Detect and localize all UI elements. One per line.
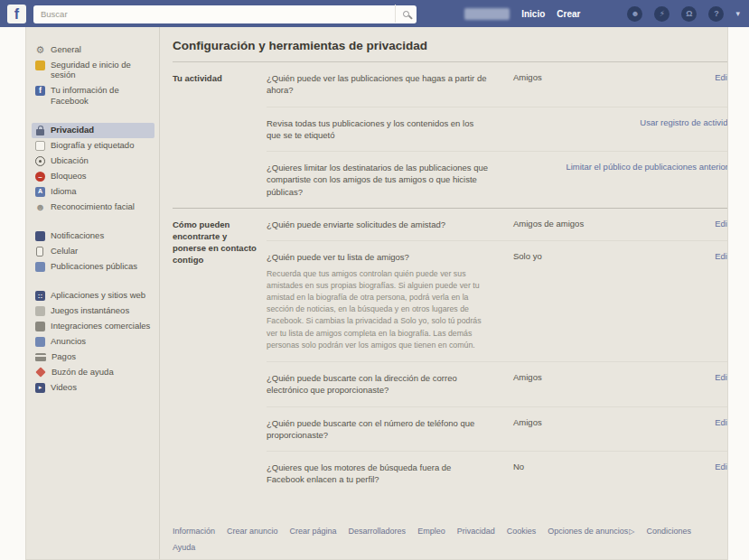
edit-link[interactable]: Editar	[658, 72, 728, 97]
shield-icon	[35, 61, 45, 70]
limitar-publico-link[interactable]: Limitar el público de publicaciones ante…	[513, 162, 728, 198]
sidebar-group-account: ⚙ General Seguridad e inicio de sesión f…	[32, 42, 159, 109]
setting-question: Revisa todas tus publicaciones y los con…	[267, 117, 504, 142]
sidebar-item-biografia[interactable]: Biografía y etiquetado	[32, 138, 159, 154]
location-icon	[35, 156, 45, 166]
sidebar-item-idioma[interactable]: A Idioma	[32, 184, 159, 200]
section-label: Cómo pueden encontrarte y ponerse en con…	[173, 209, 267, 496]
setting-row-lista-amigos: ¿Quién puede ver tu lista de amigos? Rec…	[267, 240, 728, 361]
setting-value: Amigos	[513, 417, 649, 442]
adchoices-icon: ▷	[629, 527, 634, 536]
page-footer: Información Crear anuncio Crear página D…	[173, 527, 728, 560]
footer-link-empleo[interactable]: Empleo	[417, 527, 445, 536]
footer-link-crear-pagina[interactable]: Crear página	[290, 527, 337, 536]
payments-icon	[35, 353, 46, 361]
sidebar-item-notificaciones[interactable]: Notificaciones	[32, 229, 159, 244]
edit-link[interactable]: Editar	[658, 251, 728, 351]
profile-icon	[35, 141, 45, 151]
settings-main-panel: Configuración y herramientas de privacid…	[159, 27, 728, 559]
sidebar-item-seguridad[interactable]: Seguridad e inicio de sesión	[32, 57, 159, 83]
sidebar-item-integraciones[interactable]: Integraciones comerciales	[32, 319, 159, 334]
sidebar-item-general[interactable]: ⚙ General	[32, 42, 159, 57]
footer-link-desarrolladores[interactable]: Desarrolladores	[349, 527, 407, 536]
setting-row-limitar-publico: ¿Quieres limitar los destinatarios de la…	[267, 151, 728, 208]
usar-registro-actividad-link[interactable]: Usar registro de actividad	[513, 117, 728, 142]
edit-link[interactable]: Editar	[658, 462, 728, 486]
setting-value: Solo yo	[513, 251, 649, 351]
footer-link-cookies[interactable]: Cookies	[507, 527, 537, 536]
setting-question: ¿Quién puede ver tu lista de amigos?	[267, 251, 490, 263]
footer-link-ayuda[interactable]: Ayuda	[173, 543, 195, 552]
gear-icon: ⚙	[35, 45, 45, 55]
page-title: Configuración y herramientas de privacid…	[173, 39, 728, 62]
mobile-icon	[36, 247, 43, 257]
sidebar-group-notifications: Notificaciones Celular Publicaciones púb…	[32, 229, 159, 275]
setting-question: ¿Quién puede ver las publicaciones que h…	[267, 72, 504, 97]
sidebar-item-reconocimiento-facial[interactable]: ☻ Reconocimiento facial	[32, 200, 159, 215]
home-link[interactable]: Inicio	[521, 9, 545, 19]
search-button[interactable]	[395, 5, 417, 23]
sidebar-group-privacy: Privacidad Biografía y etiquetado Ubicac…	[32, 123, 159, 215]
sidebar-item-celular[interactable]: Celular	[32, 244, 159, 259]
sidebar-item-pagos[interactable]: Pagos	[32, 350, 159, 365]
edit-link[interactable]: Editar	[658, 417, 728, 442]
footer-link-privacidad[interactable]: Privacidad	[457, 527, 495, 536]
sidebar-item-juegos[interactable]: Juegos instantáneos	[32, 303, 159, 319]
sidebar-item-bloqueos[interactable]: – Bloqueos	[32, 169, 159, 184]
setting-question: ¿Quién puede buscarte con el número de t…	[267, 417, 504, 442]
messenger-icon[interactable]: ⚡	[654, 6, 669, 22]
setting-row-publicaciones-futuras: ¿Quién puede ver las publicaciones que h…	[267, 62, 728, 107]
settings-card: ⚙ General Seguridad e inicio de sesión f…	[25, 27, 728, 560]
setting-value: Amigos	[513, 72, 649, 97]
section-tu-actividad: Tu actividad ¿Quién puede ver las public…	[173, 62, 728, 208]
sidebar-item-tu-informacion[interactable]: f Tu información de Facebook	[32, 83, 159, 109]
sidebar-item-buzon-ayuda[interactable]: Buzón de ayuda	[32, 364, 159, 379]
top-navigation-bar: f Inicio Crear ☻ ⚡ Ω ? ▾	[0, 0, 749, 27]
sidebar-item-anuncios[interactable]: Anuncios	[32, 334, 159, 350]
sidebar-group-apps: :: Aplicaciones y sitios web Juegos inst…	[32, 288, 159, 396]
setting-question-with-description: ¿Quién puede ver tu lista de amigos? Rec…	[267, 251, 504, 351]
notifications-icon[interactable]: Ω	[681, 6, 697, 22]
ads-icon	[35, 337, 45, 347]
topbar-right-cluster: Inicio Crear ☻ ⚡ Ω ? ▾	[464, 6, 740, 22]
facebook-logo[interactable]: f	[7, 5, 26, 23]
business-icon	[35, 322, 45, 331]
sidebar-item-publicaciones-publicas[interactable]: Publicaciones públicas	[32, 259, 159, 275]
setting-row-solicitudes-amistad: ¿Quién puede enviarte solicitudes de ami…	[267, 209, 728, 240]
settings-sidebar: ⚙ General Seguridad e inicio de sesión f…	[26, 27, 159, 559]
language-icon: A	[35, 187, 45, 197]
footer-link-condiciones[interactable]: Condiciones	[646, 527, 691, 536]
apps-icon: ::	[35, 291, 45, 301]
sidebar-item-aplicaciones[interactable]: :: Aplicaciones y sitios web	[32, 288, 159, 303]
profile-name-blurred[interactable]	[464, 8, 510, 20]
setting-row-registro-actividad: Revisa todas tus publicaciones y los con…	[267, 107, 728, 152]
sidebar-item-videos[interactable]: ▸ Videos	[32, 379, 159, 395]
block-icon: –	[35, 172, 45, 182]
footer-link-crear-anuncio[interactable]: Crear anuncio	[227, 527, 278, 536]
setting-value: No	[513, 462, 649, 486]
setting-value: Amigos de amigos	[513, 219, 649, 230]
account-menu-caret-icon[interactable]: ▾	[735, 9, 740, 18]
notifications-globe-icon	[35, 231, 45, 241]
create-link[interactable]: Crear	[557, 9, 580, 19]
footer-link-informacion[interactable]: Información	[173, 527, 215, 536]
section-como-pueden-encontrarte: Cómo pueden encontrarte y ponerse en con…	[173, 208, 728, 496]
search-input[interactable]	[33, 5, 417, 23]
search-bar	[33, 5, 417, 23]
sidebar-item-ubicacion[interactable]: Ubicación	[32, 154, 159, 169]
edit-link[interactable]: Editar	[658, 219, 728, 230]
search-icon	[403, 11, 409, 17]
footer-links: Información Crear anuncio Crear página D…	[173, 527, 728, 552]
setting-question: ¿Quién puede buscarte con la dirección d…	[267, 372, 504, 397]
sidebar-item-privacidad[interactable]: Privacidad	[32, 123, 154, 138]
lock-icon	[36, 129, 44, 135]
edit-link[interactable]: Editar	[658, 372, 728, 397]
support-inbox-icon	[35, 368, 45, 378]
setting-row-motores-busqueda: ¿Quieres que los motores de búsqueda fue…	[267, 451, 728, 496]
help-icon[interactable]: ?	[708, 6, 724, 22]
public-posts-icon	[35, 262, 45, 272]
footer-link-opciones-anuncios[interactable]: Opciones de anuncios▷	[548, 527, 634, 536]
setting-question: ¿Quieres que los motores de búsqueda fue…	[267, 462, 504, 486]
friend-requests-icon[interactable]: ☻	[627, 6, 642, 22]
privacy-settings-page: f Inicio Crear ☻ ⚡ Ω ? ▾ ⚙ General	[0, 0, 749, 560]
